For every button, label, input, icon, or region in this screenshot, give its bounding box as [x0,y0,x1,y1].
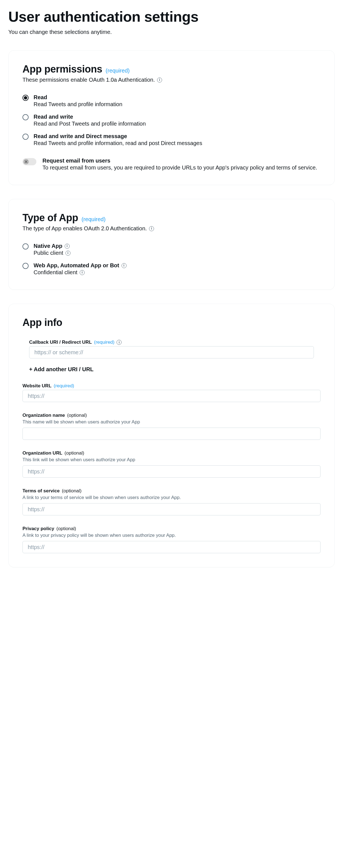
info-icon[interactable] [116,340,122,345]
radio-label: Read [34,94,320,100]
privacy-label: Privacy policy [23,526,54,531]
toggle-label: Request email from users [42,158,320,164]
permissions-desc: These permissions enable OAuth 1.0a Auth… [23,77,155,83]
org-name-label: Organization name [23,413,65,418]
radio-web-app[interactable]: Web App, Automated App or Bot Confidenti… [23,262,320,276]
radio-sublabel: Confidential client [34,269,77,276]
radio-read-write-dm[interactable]: Read and write and Direct message Read T… [23,133,320,147]
org-name-help: This name will be shown when users autho… [23,419,320,425]
callback-field-group: Callback URI / Redirect URL (required) +… [23,340,320,373]
app-type-desc: The type of App enables OAuth 2.0 Authen… [23,225,147,232]
tos-help: A link to your terms of service will be … [23,495,320,500]
org-url-label: Organization URL [23,451,62,456]
org-url-help: This link will be shown when users autho… [23,457,320,463]
toggle-knob [23,159,29,164]
radio-read[interactable]: Read Read Tweets and profile information [23,94,320,107]
page-subtitle: You can change these selections anytime. [8,29,335,35]
tos-label: Terms of service [23,488,60,494]
tos-input[interactable] [23,503,320,516]
app-permissions-card: App permissions (required) These permiss… [8,50,335,185]
radio-circle[interactable] [23,114,29,120]
radio-circle[interactable] [23,134,29,140]
info-icon[interactable] [66,251,70,256]
callback-label: Callback URI / Redirect URL [29,340,92,345]
website-required-tag: (required) [54,383,74,389]
toggle-desc: To request email from users, you are req… [42,164,320,171]
callback-input[interactable] [29,346,314,359]
radio-circle[interactable] [23,95,29,101]
org-url-field-group: Organization URL (optional) This link wi… [23,451,320,477]
info-icon[interactable] [122,263,127,268]
website-field-group: Website URL (required) [23,383,320,402]
privacy-help: A link to your privacy policy will be sh… [23,533,320,538]
org-url-optional-tag: (optional) [65,451,84,456]
close-icon [25,160,28,163]
permissions-radio-group: Read Read Tweets and profile information… [23,94,320,147]
privacy-optional-tag: (optional) [56,526,76,531]
info-icon[interactable] [157,78,162,83]
info-icon[interactable] [65,244,70,249]
privacy-field-group: Privacy policy (optional) A link to your… [23,526,320,553]
app-type-required-tag: (required) [81,216,106,222]
type-of-app-card: Type of App (required) The type of App e… [8,199,335,290]
radio-native-app[interactable]: Native App Public client [23,243,320,256]
org-url-input[interactable] [23,465,320,477]
request-email-row: Request email from users To request emai… [23,158,320,171]
privacy-input[interactable] [23,541,320,553]
radio-read-write[interactable]: Read and write Read and Post Tweets and … [23,114,320,127]
permissions-required-tag: (required) [106,67,130,74]
tos-field-group: Terms of service (optional) A link to yo… [23,488,320,516]
app-type-radio-group: Native App Public client Web App, Automa… [23,243,320,276]
org-name-input[interactable] [23,428,320,440]
org-name-optional-tag: (optional) [67,413,87,418]
page-title: User authentication settings [8,8,335,25]
add-uri-button[interactable]: + Add another URI / URL [29,366,94,373]
callback-required-tag: (required) [94,340,114,345]
radio-sublabel: Public client [34,250,63,256]
website-input[interactable] [23,390,320,402]
org-name-field-group: Organization name (optional) This name w… [23,413,320,440]
website-label: Website URL [23,383,52,389]
app-info-title: App info [23,317,320,329]
radio-sublabel: Read and Post Tweets and profile informa… [34,121,320,127]
request-email-toggle[interactable] [23,158,36,165]
radio-label: Native App [34,243,62,249]
radio-circle[interactable] [23,243,29,249]
app-type-title: Type of App [23,212,78,224]
tos-optional-tag: (optional) [62,488,81,494]
radio-sublabel: Read Tweets and profile information [34,101,320,107]
info-icon[interactable] [149,226,154,231]
radio-label: Read and write [34,114,320,120]
info-icon[interactable] [80,270,84,275]
radio-circle[interactable] [23,263,29,269]
app-info-card: App info Callback URI / Redirect URL (re… [8,304,335,567]
radio-label: Web App, Automated App or Bot [34,262,119,269]
radio-sublabel: Read Tweets and profile information, rea… [34,140,320,147]
permissions-title: App permissions [23,63,102,75]
radio-label: Read and write and Direct message [34,133,320,140]
